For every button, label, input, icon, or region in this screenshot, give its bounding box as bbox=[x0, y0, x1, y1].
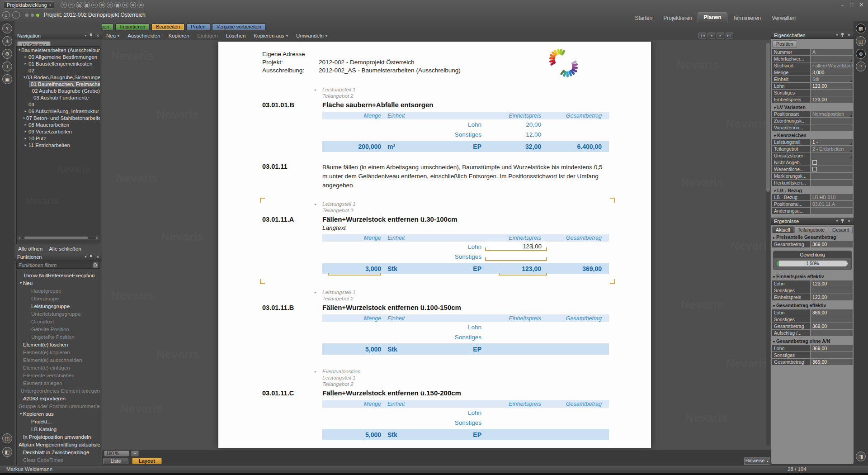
pin-icon[interactable] bbox=[90, 255, 93, 259]
property-section-header[interactable]: ▾LV Varianten bbox=[772, 103, 853, 111]
expander-icon[interactable]: ▸ bbox=[315, 87, 316, 93]
expander-icon[interactable]: ▸ bbox=[315, 290, 316, 296]
chevron-down-icon[interactable]: ▾ bbox=[836, 219, 838, 223]
property-section-header[interactable]: ▾Kennzeichen bbox=[772, 131, 853, 139]
tree-expander-icon[interactable]: ▸ bbox=[24, 62, 28, 66]
zoom-dropdown-icon[interactable]: ▾ bbox=[131, 451, 139, 456]
tree-expander-icon[interactable]: ▸ bbox=[24, 123, 28, 127]
position-description[interactable]: Bäume fällen (in einem Arbeitsgang umsch… bbox=[322, 163, 604, 190]
tree-horizontal-scrollbar[interactable]: ◂ ▸ bbox=[17, 236, 99, 240]
results-tab-teilangebote[interactable]: Teilangebote bbox=[794, 226, 829, 233]
cut-icon[interactable]: ✂ bbox=[91, 2, 98, 8]
function-item[interactable]: ▾Kopieren aus bbox=[17, 410, 100, 418]
tree-item[interactable]: ▸06 Aufschließung, Infrastruktur bbox=[17, 108, 100, 114]
func-expander-icon[interactable]: ▾ bbox=[19, 412, 23, 416]
page-next-button[interactable]: ▸ bbox=[717, 33, 724, 38]
toolbar-item-ausschneiden[interactable]: Ausschneiden bbox=[123, 33, 164, 38]
scroll-left-icon[interactable]: ◂ bbox=[17, 236, 22, 240]
tree-expander-icon[interactable]: ▾ bbox=[19, 48, 20, 52]
results-value-aufschlag-[interactable] bbox=[811, 330, 853, 336]
results-value-lohn[interactable]: 369,00 bbox=[811, 309, 853, 316]
close-icon[interactable]: ✕ bbox=[847, 219, 851, 223]
expander-icon[interactable]: ▸ bbox=[315, 201, 316, 208]
tree-expander-icon[interactable]: ▸ bbox=[24, 136, 28, 140]
expand-all-link[interactable]: Alle öffnen bbox=[18, 246, 42, 252]
toolbar-item-löschen[interactable]: Löschen bbox=[222, 33, 250, 38]
position-title[interactable]: Fällen+Wurzelstock entfernen ü.30-100cm bbox=[322, 215, 609, 223]
search-icon[interactable] bbox=[93, 262, 98, 268]
main-tab-planen[interactable]: Planen bbox=[698, 12, 727, 23]
property-value-nicht-angeb-[interactable] bbox=[811, 159, 853, 166]
chevron-down-icon[interactable]: ▾ bbox=[85, 33, 86, 38]
function-item[interactable]: Leistungsgruppe bbox=[17, 302, 100, 310]
maximize-button[interactable]: □ bbox=[850, 2, 853, 8]
tree-item[interactable]: ▸11 Estricharbeiten bbox=[17, 142, 100, 148]
tree-item[interactable]: 03 Aushub Fundamente bbox=[17, 94, 100, 101]
tree-item[interactable]: ▾03 Roden,Baugrube,Sicherungen u.Tie bbox=[17, 74, 100, 81]
property-value-herkunftsken-[interactable] bbox=[811, 180, 853, 186]
workflow-button-prüfen[interactable]: Prüfen bbox=[186, 24, 210, 30]
property-value-menge[interactable]: 3,000 bbox=[811, 69, 853, 76]
results-section-header[interactable]: ▸Preisanteile Gesamtbetrag bbox=[771, 233, 854, 241]
functions-filter-input[interactable]: Funktionen filtern bbox=[16, 261, 100, 269]
results-value-lohn[interactable]: 123,00 bbox=[811, 280, 853, 287]
price-input-sonstiges[interactable] bbox=[485, 252, 547, 261]
panel-left-icon[interactable]: ◧ bbox=[2, 447, 12, 457]
function-item[interactable]: LB Katalog bbox=[17, 425, 100, 433]
property-value-leistungsteil[interactable]: 1 - bbox=[811, 139, 853, 145]
tree-expander-icon[interactable]: ▸ bbox=[24, 55, 28, 59]
results-section-header[interactable]: ▾Gesamtbetrag effektiv bbox=[771, 301, 854, 309]
checkbox[interactable] bbox=[812, 160, 817, 165]
close-icon[interactable]: ✕ bbox=[847, 33, 851, 38]
chart-view-icon[interactable]: ◫ bbox=[856, 36, 866, 46]
function-item[interactable]: Allplan Mengenermittlung aktualisieren bbox=[17, 441, 100, 448]
print-icon[interactable]: ⊡ bbox=[122, 2, 128, 8]
copy-icon[interactable]: ⊞ bbox=[99, 2, 105, 8]
results-tab-gesamt[interactable]: Gesamt bbox=[829, 226, 853, 233]
close-icon[interactable]: ✕ bbox=[96, 255, 99, 259]
scroll-right-icon[interactable]: ▸ bbox=[95, 236, 99, 240]
function-item[interactable]: In Projektposition umwandeln bbox=[17, 433, 100, 441]
back-icon[interactable]: ← bbox=[12, 11, 20, 19]
tree-item[interactable]: 01 Baureifmachen, Freimachen von bbox=[17, 81, 100, 87]
chevron-down-icon[interactable]: ▾ bbox=[836, 33, 838, 37]
open-document-icon[interactable]: ▦ bbox=[84, 2, 90, 8]
property-value-mehrfachver-[interactable] bbox=[811, 56, 853, 62]
page-previous-button[interactable]: ◂ bbox=[708, 33, 715, 38]
help-icon[interactable]: ? bbox=[856, 62, 866, 71]
position-title[interactable]: Fällen+Wurzelstock entfernen ü.100-150cm bbox=[322, 304, 609, 312]
position-number[interactable]: 03.01.11.A bbox=[262, 216, 294, 223]
toolbar-item-neu[interactable]: Neu▾ bbox=[102, 33, 123, 38]
panel-right-icon[interactable]: ◨ bbox=[856, 451, 866, 461]
hinweise-tab[interactable]: Hinweise ▲ bbox=[744, 457, 770, 465]
tree-item[interactable]: ▸00 Allgemeine Bestimmungen bbox=[17, 53, 100, 60]
table-view-icon[interactable]: ▦ bbox=[856, 24, 866, 33]
results-section-header[interactable]: ▾Gesamtbetrag ohne A/N bbox=[771, 337, 854, 345]
collapse-all-link[interactable]: Alle schließen bbox=[49, 246, 81, 252]
report-settings-icon[interactable]: ⚙ bbox=[2, 49, 12, 59]
page-first-button[interactable]: ❘◂ bbox=[698, 33, 706, 38]
view-layout-button[interactable]: Layout bbox=[132, 458, 162, 464]
property-value-nummer[interactable]: A bbox=[811, 49, 853, 55]
checkbox[interactable] bbox=[812, 167, 817, 171]
property-value-umsatzsteuer[interactable] bbox=[811, 152, 853, 159]
pinwheel-icon[interactable]: ✳ bbox=[2, 36, 12, 46]
property-value-einheitspreis[interactable]: 123,00 bbox=[811, 96, 853, 103]
main-tab-starten[interactable]: Starten bbox=[630, 14, 658, 23]
chevron-down-icon[interactable]: ▾ bbox=[85, 255, 86, 259]
paste-icon[interactable]: ⊟ bbox=[107, 2, 113, 8]
property-value-variantennu-[interactable] bbox=[811, 124, 853, 131]
pin-icon[interactable] bbox=[841, 219, 844, 223]
pin-icon[interactable] bbox=[90, 33, 93, 38]
undo-icon[interactable]: ↶ bbox=[61, 2, 67, 8]
position-title[interactable]: Fläche säubern+Abfälle entsorgen bbox=[322, 101, 609, 109]
pin-icon[interactable] bbox=[841, 33, 844, 37]
new-document-icon[interactable]: ▤ bbox=[76, 2, 82, 8]
property-value-teilangebot[interactable]: 2 - Erdarbeiten bbox=[811, 146, 853, 152]
results-value-gesamtbetrag[interactable]: 369,00 bbox=[811, 359, 853, 365]
position-number[interactable]: 03.01.11.B bbox=[262, 304, 294, 311]
position-number[interactable]: 03.01.01.B bbox=[262, 101, 294, 109]
property-value-positionsnu-[interactable]: 03.01.11.A bbox=[811, 201, 853, 207]
minimize-button[interactable]: – bbox=[841, 2, 844, 8]
workflow-button-bearbeiten[interactable]: Bearbeiten bbox=[151, 24, 184, 30]
